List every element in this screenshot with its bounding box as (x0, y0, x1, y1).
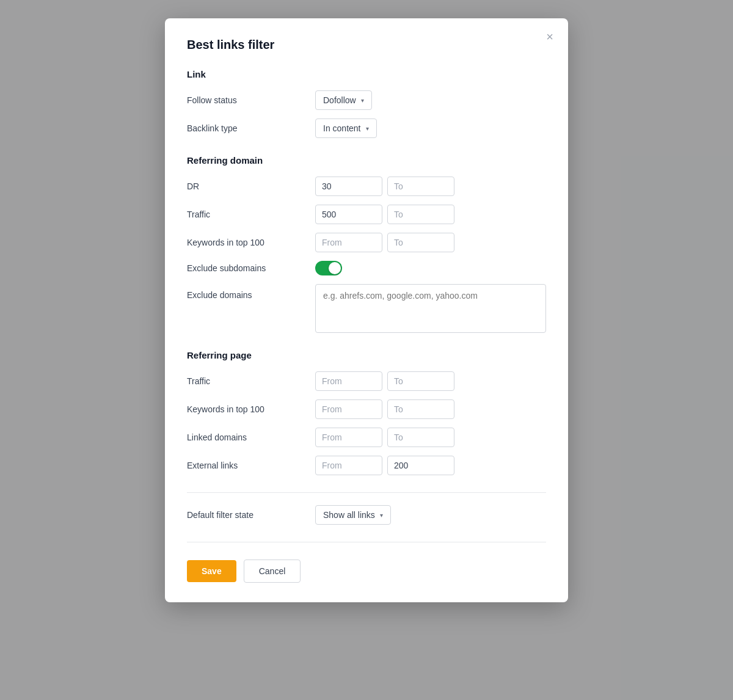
link-section-title: Link (187, 69, 546, 79)
toggle-knob (329, 262, 341, 274)
rp-traffic-label: Traffic (187, 376, 315, 386)
referring-domain-section: Referring domain DR Traffic Keywords (187, 155, 546, 333)
exclude-domains-textarea[interactable] (315, 284, 546, 333)
backlink-type-dropdown[interactable]: In content ▾ (315, 118, 377, 138)
exclude-domains-label: Exclude domains (187, 284, 315, 300)
rp-traffic-to-input[interactable] (387, 371, 454, 391)
link-section: Link Follow status Dofollow ▾ Backlink t… (187, 69, 546, 138)
chevron-down-icon: ▾ (361, 97, 364, 104)
modal-dialog: × Best links filter Link Follow status D… (165, 18, 568, 602)
exclude-domains-row: Exclude domains (187, 284, 546, 333)
rp-keywords-label: Keywords in top 100 (187, 404, 315, 414)
cancel-button[interactable]: Cancel (244, 560, 301, 583)
dr-to-input[interactable] (387, 177, 454, 196)
default-filter-row: Default filter state Show all links ▾ (187, 505, 546, 525)
follow-status-value: Dofollow (323, 95, 356, 105)
default-filter-label: Default filter state (187, 510, 315, 520)
exclude-subdomains-row: Exclude subdomains (187, 261, 546, 275)
referring-domain-title: Referring domain (187, 155, 546, 166)
rd-keywords-label: Keywords in top 100 (187, 238, 315, 247)
rp-keywords-to-input[interactable] (387, 399, 454, 419)
linked-domains-controls (315, 428, 454, 447)
external-links-label: External links (187, 461, 315, 470)
rd-traffic-to-input[interactable] (387, 205, 454, 224)
follow-status-label: Follow status (187, 95, 315, 105)
external-links-from-input[interactable] (315, 456, 382, 475)
rd-traffic-from-input[interactable] (315, 205, 382, 224)
rd-traffic-controls (315, 205, 454, 224)
dr-row: DR (187, 177, 546, 196)
follow-status-dropdown[interactable]: Dofollow ▾ (315, 90, 372, 110)
rp-keywords-controls (315, 399, 454, 419)
rd-keywords-row: Keywords in top 100 (187, 233, 546, 252)
modal-footer: Save Cancel (187, 555, 546, 583)
rp-traffic-row: Traffic (187, 371, 546, 391)
referring-page-section: Referring page Traffic Keywords in top 1… (187, 350, 546, 475)
chevron-down-icon: ▾ (366, 125, 369, 132)
rd-keywords-controls (315, 233, 454, 252)
rp-traffic-controls (315, 371, 454, 391)
backlink-type-value: In content (323, 123, 361, 133)
follow-status-row: Follow status Dofollow ▾ (187, 90, 546, 110)
rp-keywords-row: Keywords in top 100 (187, 399, 546, 419)
footer-divider (187, 542, 546, 542)
follow-status-controls: Dofollow ▾ (315, 90, 372, 110)
linked-domains-label: Linked domains (187, 432, 315, 442)
save-button[interactable]: Save (187, 560, 236, 582)
close-button[interactable]: × (544, 28, 556, 45)
rp-keywords-from-input[interactable] (315, 399, 382, 419)
rd-keywords-to-input[interactable] (387, 233, 454, 252)
dr-from-input[interactable] (315, 177, 382, 196)
default-filter-dropdown[interactable]: Show all links ▾ (315, 505, 391, 525)
exclude-subdomains-toggle[interactable] (315, 261, 342, 275)
backlink-type-label: Backlink type (187, 123, 315, 133)
backlink-type-controls: In content ▾ (315, 118, 377, 138)
linked-domains-from-input[interactable] (315, 428, 382, 447)
section-divider (187, 492, 546, 493)
external-links-row: External links (187, 456, 546, 475)
dr-label: DR (187, 181, 315, 191)
rd-traffic-label: Traffic (187, 210, 315, 219)
modal-backdrop: × Best links filter Link Follow status D… (0, 0, 733, 700)
rd-keywords-from-input[interactable] (315, 233, 382, 252)
external-links-controls (315, 456, 454, 475)
external-links-to-input[interactable] (387, 456, 454, 475)
exclude-subdomains-toggle-wrapper (315, 261, 342, 275)
backlink-type-row: Backlink type In content ▾ (187, 118, 546, 138)
referring-page-title: Referring page (187, 350, 546, 360)
rd-traffic-row: Traffic (187, 205, 546, 224)
chevron-down-icon: ▾ (380, 512, 383, 519)
linked-domains-row: Linked domains (187, 428, 546, 447)
default-filter-controls: Show all links ▾ (315, 505, 391, 525)
default-filter-value: Show all links (323, 510, 375, 520)
rp-traffic-from-input[interactable] (315, 371, 382, 391)
linked-domains-to-input[interactable] (387, 428, 454, 447)
modal-title: Best links filter (187, 38, 546, 52)
dr-controls (315, 177, 454, 196)
exclude-subdomains-label: Exclude subdomains (187, 263, 315, 273)
